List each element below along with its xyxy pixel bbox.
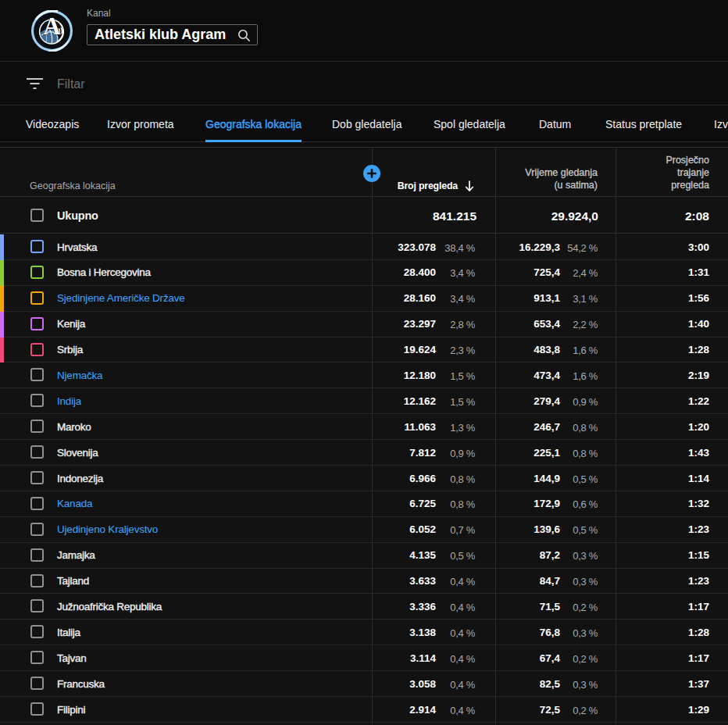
svg-text:A: A xyxy=(43,12,61,40)
